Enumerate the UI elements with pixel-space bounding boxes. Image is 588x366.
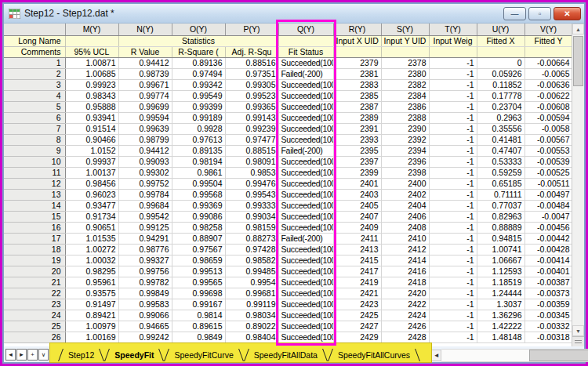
comments-row-header[interactable]: Comments bbox=[4, 46, 65, 57]
row-number[interactable]: 4 bbox=[4, 90, 65, 101]
cell[interactable]: 0.98258 bbox=[172, 222, 225, 233]
cell[interactable]: Succeeded(100) bbox=[278, 156, 333, 167]
long-name-cell[interactable] bbox=[278, 35, 333, 46]
cell[interactable]: 0.99513 bbox=[172, 266, 225, 277]
cell[interactable]: 0.99784 bbox=[118, 189, 172, 200]
cell[interactable]: 0.99543 bbox=[225, 189, 278, 200]
sheet-list-icon[interactable]: ∨ bbox=[38, 349, 49, 361]
cell[interactable]: 2406 bbox=[381, 211, 429, 222]
row-number[interactable]: 13 bbox=[4, 189, 65, 200]
row-number[interactable]: 16 bbox=[4, 222, 65, 233]
cell[interactable]: Succeeded(100) bbox=[278, 321, 333, 332]
cell[interactable]: 2396 bbox=[381, 156, 429, 167]
cell[interactable]: 0.91514 bbox=[65, 123, 118, 134]
cell[interactable]: 2411 bbox=[333, 233, 381, 244]
cell[interactable]: 0.99756 bbox=[118, 266, 172, 277]
vertical-scroll-track[interactable] bbox=[572, 34, 584, 325]
cell[interactable]: 2412 bbox=[381, 244, 429, 255]
cell[interactable]: -1 bbox=[429, 211, 477, 222]
cell[interactable]: 0.91734 bbox=[65, 211, 118, 222]
cell[interactable]: Failed(-200) bbox=[278, 68, 333, 79]
cell[interactable]: Succeeded(100) bbox=[278, 112, 333, 123]
cell[interactable]: 0.88516 bbox=[225, 57, 278, 68]
cell[interactable]: 0.05926 bbox=[477, 68, 524, 79]
cell[interactable]: 0.90651 bbox=[65, 222, 118, 233]
restore-button[interactable]: ▫ bbox=[528, 7, 551, 20]
cell[interactable]: -1 bbox=[429, 68, 477, 79]
comments-cell[interactable]: 95% UCL bbox=[65, 46, 118, 57]
long-name-cell[interactable]: Input X UID bbox=[333, 35, 381, 46]
cell[interactable]: 0.99476 bbox=[225, 178, 278, 189]
cell[interactable]: 0.98194 bbox=[172, 156, 225, 167]
cell[interactable]: 2386 bbox=[381, 101, 429, 112]
cell[interactable]: 2382 bbox=[381, 79, 429, 90]
cell[interactable]: 0.98343 bbox=[65, 90, 118, 101]
cell[interactable]: 1.00979 bbox=[65, 321, 118, 332]
cell[interactable]: -1 bbox=[429, 57, 477, 68]
cell[interactable]: 0.94412 bbox=[118, 145, 172, 156]
row-number[interactable]: 26 bbox=[4, 332, 65, 342]
cell[interactable]: 0.89022 bbox=[225, 321, 278, 332]
cell[interactable]: 0.99342 bbox=[172, 79, 225, 90]
cell[interactable]: 0.9849 bbox=[172, 332, 225, 342]
cell[interactable]: -1 bbox=[429, 134, 477, 145]
scroll-down-icon[interactable]: ▼ bbox=[572, 325, 584, 336]
cell[interactable]: 0.99034 bbox=[225, 211, 278, 222]
column-header-o[interactable]: O(Y) bbox=[172, 24, 225, 35]
cell[interactable]: 0.99774 bbox=[118, 90, 172, 101]
cell[interactable]: 0.99066 bbox=[118, 310, 172, 321]
cell[interactable]: 0.89615 bbox=[172, 321, 225, 332]
cell[interactable]: -0.00387 bbox=[524, 277, 572, 288]
cell[interactable]: 0.99698 bbox=[172, 288, 225, 299]
cell[interactable]: 2398 bbox=[381, 167, 429, 178]
cell[interactable]: Succeeded(100) bbox=[278, 266, 333, 277]
cell[interactable]: Succeeded(100) bbox=[278, 57, 333, 68]
cell[interactable]: -0.0058 bbox=[524, 123, 572, 134]
cell[interactable]: 2378 bbox=[381, 57, 429, 68]
cell[interactable]: 0.99485 bbox=[225, 266, 278, 277]
cell[interactable]: 2405 bbox=[333, 200, 381, 211]
column-header-r[interactable]: R(Y) bbox=[333, 24, 381, 35]
long-name-cell[interactable] bbox=[65, 35, 118, 46]
cell[interactable]: 0.98295 bbox=[65, 266, 118, 277]
cell[interactable]: -1 bbox=[429, 167, 477, 178]
cell[interactable]: Succeeded(100) bbox=[278, 299, 333, 310]
cell[interactable]: 0 bbox=[477, 57, 524, 68]
cell[interactable]: 0.41481 bbox=[477, 134, 524, 145]
cell[interactable]: 1.18519 bbox=[477, 277, 524, 288]
cell[interactable]: 2393 bbox=[333, 134, 381, 145]
cell[interactable]: 0.89136 bbox=[172, 57, 225, 68]
cell[interactable]: Succeeded(100) bbox=[278, 288, 333, 299]
cell[interactable]: 0.99327 bbox=[118, 255, 172, 266]
cell[interactable]: 2403 bbox=[333, 189, 381, 200]
cell[interactable]: Succeeded(100) bbox=[278, 310, 333, 321]
cell[interactable]: 0.98456 bbox=[65, 178, 118, 189]
column-header-p[interactable]: P(Y) bbox=[225, 24, 278, 35]
row-number[interactable]: 24 bbox=[4, 310, 65, 321]
comments-cell[interactable]: Fit Status bbox=[278, 46, 333, 57]
cell[interactable]: Succeeded(100) bbox=[278, 211, 333, 222]
cell[interactable]: 2379 bbox=[333, 57, 381, 68]
cell[interactable]: 0.99923 bbox=[65, 79, 118, 90]
cell[interactable]: -0.00622 bbox=[524, 90, 572, 101]
cell[interactable]: -0.0065 bbox=[524, 68, 572, 79]
cell[interactable]: 2401 bbox=[333, 178, 381, 189]
cell[interactable]: 2399 bbox=[333, 167, 381, 178]
cell[interactable]: -1 bbox=[429, 233, 477, 244]
cell[interactable]: 2390 bbox=[381, 123, 429, 134]
cell[interactable]: 1.01535 bbox=[65, 233, 118, 244]
cell[interactable]: 0.77037 bbox=[477, 200, 524, 211]
row-number[interactable]: 8 bbox=[4, 134, 65, 145]
cell[interactable]: 0.71111 bbox=[477, 189, 524, 200]
scroll-left-icon[interactable]: ◄ bbox=[431, 350, 441, 361]
cell[interactable]: -1 bbox=[429, 178, 477, 189]
cell[interactable]: 1.36296 bbox=[477, 310, 524, 321]
cell[interactable]: 0.95961 bbox=[65, 277, 118, 288]
cell[interactable]: -1 bbox=[429, 90, 477, 101]
cell[interactable]: 0.99399 bbox=[172, 101, 225, 112]
cell[interactable]: 2408 bbox=[381, 222, 429, 233]
cell[interactable]: -0.00373 bbox=[524, 288, 572, 299]
cell[interactable]: 0.99671 bbox=[118, 79, 172, 90]
cell[interactable]: 0.97567 bbox=[172, 244, 225, 255]
cell[interactable]: 0.99143 bbox=[225, 112, 278, 123]
